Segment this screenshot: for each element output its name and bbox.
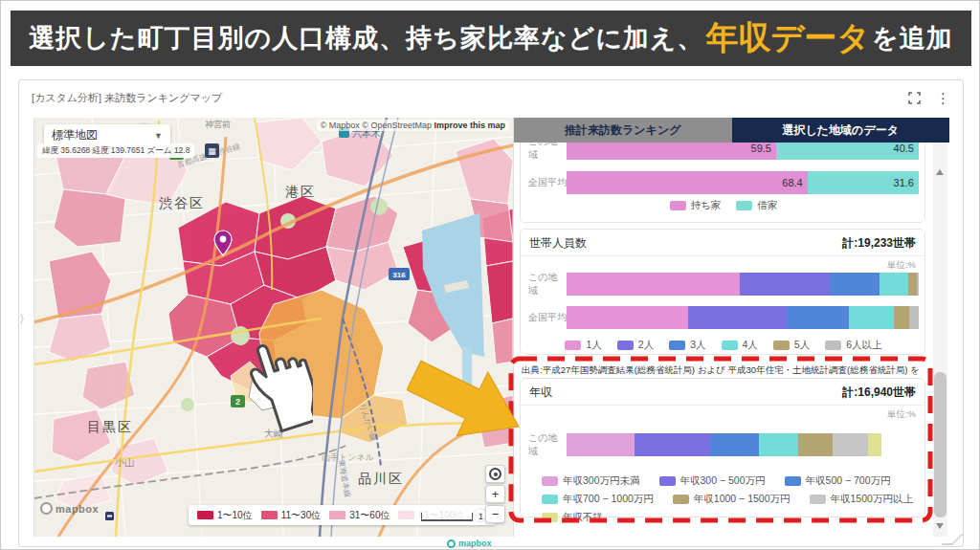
more-menu-icon[interactable]: ⋮ [936,91,950,105]
label-minato-ku: 港区 [285,184,316,199]
legend-item: 借家 [736,199,777,212]
map-canvas[interactable]: 1 2 316 渋谷区 港区 目黒区 品川区 大崎 小山 山手トンネル [34,118,513,537]
map-coordinates-bar: 緯度 35.6268 経度 139.7651 ズーム 12.8 [37,143,194,158]
legend-swatch [736,201,752,210]
section-income: 年収 計:16,940世帯 単位:% この地域 年収300万円未満年収300 −… [520,378,925,517]
bar-segment [909,306,919,329]
rank-legend-swatch [329,511,345,519]
legend-item: 持ち家 [670,199,722,212]
legend-swatch [670,201,686,210]
tab-selected-area-data[interactable]: 選択した地域のデータ [732,118,950,143]
geolocate-button[interactable] [485,465,505,483]
bar-segment: 68.4 [567,171,808,194]
legend-item: 年収1000 − 1500万円 [673,493,791,506]
scroll-up-arrow-icon[interactable] [936,169,944,175]
bar-segment [798,433,833,456]
legend-swatch [825,341,841,350]
income-title: 年収 [529,385,552,401]
fullscreen-icon[interactable] [908,92,921,104]
label-shibuya-ku: 渋谷区 [159,195,205,210]
legend-swatch [722,341,738,350]
legend-swatch [673,495,689,504]
income-legend: 年収300万円未満年収300 − 500万円年収500 − 700万円年収700… [528,474,919,524]
bar-segment [908,273,917,296]
svg-text:316: 316 [392,271,406,279]
svg-text:2: 2 [235,397,240,407]
zoom-in-button[interactable]: + [485,485,505,503]
rank-legend-swatch [261,511,278,519]
bar-segment [710,433,759,456]
household-legend: 1人2人3人4人5人6人以上 [528,339,919,352]
bar-segment [830,273,880,296]
legend-swatch [565,341,581,350]
legend-item: 年収不詳 [542,511,603,524]
section-household: 世帯人員数 計:19,233世帯 単位:% この地域 全国平均 1人2人3人4人… [520,229,925,355]
map-attribution: © Mapbox © OpenStreetMap Improve this ma… [317,120,509,131]
label-meguro-ku: 目黒区 [87,419,133,434]
legend-item: 年収300 − 500万円 [659,474,766,488]
household-total: 計:19,233世帯 [842,235,916,252]
rank-legend-item: 11〜30位 [261,509,322,522]
legend-swatch [773,341,790,350]
banner-highlight: 年収データ [705,16,870,60]
banner-text-suffix: を追加 [872,21,953,55]
legend-item: 年収300万円未満 [542,474,640,488]
stacked-bar [567,433,919,456]
bar-segment: 59.5 [567,143,776,160]
footer-mapbox-logo: mapbox [447,539,492,548]
improve-map-link[interactable]: Improve this map [434,121,505,130]
ownership-legend: 持ち家借家 [528,199,919,212]
legend-item: 3人 [669,339,705,352]
tab-ranking[interactable]: 推計来訪数ランキング [514,118,732,143]
rank-legend-item: 1〜10位 [197,509,253,522]
legend-swatch [542,513,558,522]
label-yamate-tunnel: 山手トンネル [322,452,374,462]
panel-tabs: 推計来訪数ランキング 選択した地域のデータ [514,118,949,143]
footer-mapbox-icon [447,539,456,548]
legend-swatch [617,341,634,350]
rank-legend-swatch [197,511,213,519]
rank-legend-item: 31〜60位 [329,509,390,522]
bar-segment [917,273,919,296]
legend-item: 1人 [565,339,601,352]
zoom-out-button[interactable]: − [485,505,505,523]
panel-scrollbar[interactable] [933,143,947,537]
row-label: この地域 [528,271,567,297]
mapbox-logo[interactable]: mapbox [40,502,99,515]
widget-header: [カスタム分析] 来訪数ランキングマップ ⋮ [18,79,964,116]
scroll-down-arrow-icon[interactable] [936,523,944,529]
label-shinagawa-ku: 品川区 [358,471,404,486]
row-label: この地域 [528,143,567,162]
bar-segment: 40.5 [776,143,919,160]
footer-mapbox-word: mapbox [458,539,492,548]
bar-segment [740,273,830,296]
legend-item: 5人 [773,339,810,352]
label-koyama: 小山 [115,457,134,468]
bar-segment [688,306,787,329]
bar-segment [759,433,798,456]
legend-swatch [669,341,685,350]
map-layers-button[interactable]: ▦ [205,143,219,158]
label-jingumae: 神宮前 [205,120,231,129]
mapbox-logo-word: mapbox [56,503,99,515]
scale-line [421,513,473,521]
screenshot-stage: 選択した町丁目別の人口構成、持ち家比率などに加え、年収データを追加 [カスタム分… [0,0,980,550]
row-label: 全国平均 [528,176,567,189]
headline-banner: 選択した町丁目別の人口構成、持ち家比率などに加え、年収データを追加 [11,11,971,66]
stacked-bar: 68.431.6 [567,171,919,194]
map-style-value: 標準地図 [52,127,98,143]
data-panel: この地域59.540.5 全国平均68.431.6 持ち家借家 世帯人員数 計:… [513,118,948,537]
stacked-bar [567,273,919,296]
panel-collapse-chevron[interactable]: 〉 [17,305,33,334]
legend-item: 年収500 − 700万円 [785,474,891,488]
legend-swatch [659,476,676,486]
bar-segment [567,273,740,296]
map-container[interactable]: 1 2 316 渋谷区 港区 目黒区 品川区 大崎 小山 山手トンネル [34,118,513,537]
household-title: 世帯人員数 [529,235,587,252]
legend-swatch [810,495,826,504]
legend-item: 年収1500万円以上 [810,493,913,506]
stacked-bar: 59.540.5 [567,143,919,160]
income-total: 計:16,940世帯 [842,385,916,401]
scrollbar-thumb[interactable] [934,372,947,517]
bar-segment [787,306,849,329]
